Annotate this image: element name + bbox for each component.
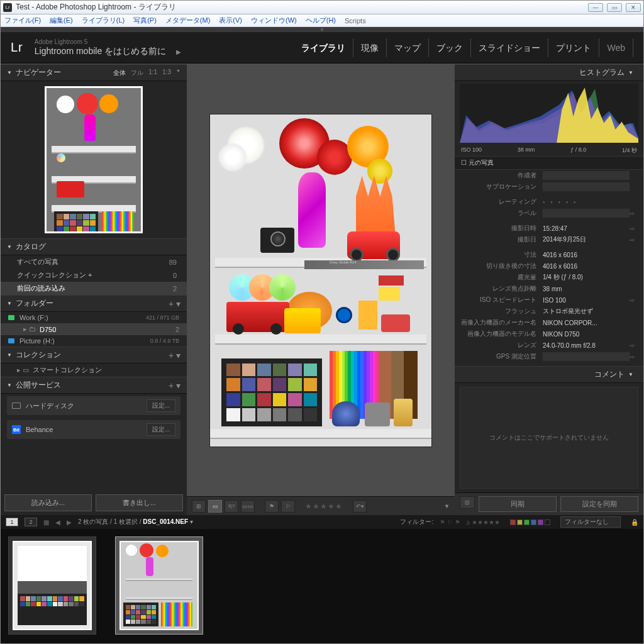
module-print[interactable]: プリント — [548, 38, 599, 57]
module-slideshow[interactable]: スライドショー — [471, 38, 548, 57]
menu-photo[interactable]: 写真(P) — [133, 16, 157, 25]
publish-harddisk[interactable]: ハードディスク設定... — [7, 396, 180, 415]
folders-header[interactable]: ▼ フォルダー + ▾ — [1, 295, 187, 312]
loupe-view[interactable]: Grey Guide #14 — [187, 64, 455, 496]
menu-metadata[interactable]: メタデータ(M) — [165, 16, 211, 25]
nav-mode-chevron-icon[interactable]: ▼ — [176, 69, 180, 77]
filter-colors[interactable] — [510, 519, 550, 525]
filter-preset-dropdown[interactable]: フィルターなし — [560, 516, 621, 528]
menu-file[interactable]: ファイル(F) — [4, 16, 41, 25]
add-publish-icon[interactable]: + ▾ — [169, 380, 180, 391]
catalog-item-quick[interactable]: クイックコレクション +0 — [1, 269, 187, 282]
prev-arrow-icon[interactable]: ◀ — [55, 519, 60, 526]
publish-behance[interactable]: BēBehance設定... — [7, 420, 180, 439]
metadata-value[interactable]: 38 mm — [543, 286, 630, 292]
filter-lock-icon[interactable]: 🔒 — [631, 519, 638, 526]
histogram[interactable] — [460, 84, 638, 143]
collapse-top-icon[interactable]: ▼ — [1, 27, 643, 32]
metadata-value[interactable]: 24.0-70.0 mm f/2.8 — [543, 342, 630, 349]
sync-button[interactable]: 同期 — [479, 496, 557, 512]
collections-header[interactable]: ▼ コレクション + ▾ — [1, 347, 187, 364]
next-arrow-icon[interactable]: ▶ — [67, 519, 72, 526]
metadata-arrow-icon[interactable]: ⇨ — [630, 342, 637, 349]
menu-library[interactable]: ライブラリ(L) — [82, 16, 125, 25]
folder-volume-work[interactable]: Work (F:)421 / 871 GB — [1, 312, 187, 323]
import-button[interactable]: 読み込み... — [4, 494, 92, 511]
filmstrip[interactable] — [1, 529, 643, 643]
metadata-value[interactable]: 1/4 秒 (ƒ / 8.0) — [543, 273, 630, 282]
metadata-value[interactable]: ストロボ発光せず — [543, 307, 630, 316]
survey-button[interactable]: ▭▭ — [241, 500, 255, 513]
thumbnail[interactable] — [8, 536, 96, 635]
metadata-value[interactable]: 2014年9月25日 — [543, 235, 630, 244]
monitor-1-button[interactable]: 1 — [6, 518, 18, 526]
thumbnail-selected[interactable] — [115, 536, 203, 635]
close-button[interactable]: ✕ — [626, 3, 641, 12]
menu-view[interactable]: 表示(V) — [219, 16, 242, 25]
export-button[interactable]: 書き出し... — [96, 494, 183, 511]
metadata-value[interactable]: NIKON D750 — [543, 331, 630, 338]
folder-d750[interactable]: ▸ 🗀D7502 — [1, 323, 187, 335]
rating-stars[interactable]: ★★★★★ — [305, 502, 343, 511]
module-book[interactable]: ブック — [429, 38, 471, 57]
metadata-value[interactable] — [543, 182, 630, 191]
metadata-value[interactable] — [543, 209, 630, 218]
nav-mode-1-1[interactable]: 1:1 — [148, 69, 157, 77]
flag-reject-button[interactable]: ⚐ — [281, 500, 295, 513]
publish-setup-button[interactable]: 設定... — [147, 399, 175, 412]
metadata-value[interactable]: NIKON CORPOR... — [543, 319, 630, 326]
catalog-header[interactable]: ▼ カタログ — [1, 238, 187, 255]
menu-window[interactable]: ウィンドウ(W) — [251, 16, 297, 25]
metadata-value[interactable]: 4016 x 6016 — [543, 263, 630, 270]
loupe-view-button[interactable]: ▭ — [208, 500, 222, 513]
mobile-prompt[interactable]: Lightroom mobile をはじめる前に — [35, 46, 166, 56]
metadata-arrow-icon[interactable]: ⇨ — [630, 225, 637, 232]
metadata-arrow-icon[interactable]: ⇨ — [630, 236, 637, 243]
grid-icon[interactable]: ▦ — [43, 519, 49, 526]
module-library[interactable]: ライブラリ — [294, 38, 353, 57]
sync-settings-button[interactable]: 設定を同期 — [560, 496, 638, 512]
metadata-arrow-icon[interactable]: ⇨ — [630, 297, 637, 304]
metadata-value[interactable] — [543, 171, 630, 180]
module-develop[interactable]: 現像 — [353, 38, 387, 57]
filter-flags[interactable]: ⚑ ⚐ ⚑ — [440, 519, 460, 526]
metadata-value[interactable]: ISO 100 — [543, 297, 630, 304]
folder-volume-picture[interactable]: Picture (H:)0.8 / 4.9 TB — [1, 335, 187, 347]
flag-pick-button[interactable]: ⚑ — [265, 500, 279, 513]
toolbar-chevron-icon[interactable]: ▼ — [444, 503, 450, 509]
sync-toggle-button[interactable]: ⊟ — [460, 496, 475, 509]
smart-collections[interactable]: ▸ ▭スマートコレクション — [1, 364, 187, 377]
catalog-item-previous[interactable]: 前回の読み込み2 — [1, 282, 187, 295]
metadata-value[interactable]: 15:28:47 — [543, 225, 630, 232]
metadata-value[interactable]: 4016 x 6016 — [543, 252, 630, 258]
publish-header[interactable]: ▼ 公開サービス + ▾ — [1, 377, 187, 394]
filter-rating[interactable]: ≥ ★★★★★ — [467, 519, 500, 526]
module-map[interactable]: マップ — [387, 38, 429, 57]
nav-mode-fill[interactable]: フル — [131, 69, 143, 77]
navigator-header[interactable]: ▼ ナビゲーター 全体 フル 1:1 1:3 ▼ — [1, 64, 187, 81]
metadata-arrow-icon[interactable]: ⇨ — [630, 210, 637, 217]
minimize-button[interactable]: — — [588, 3, 603, 12]
menu-help[interactable]: ヘルプ(H) — [306, 16, 336, 25]
catalog-item-all[interactable]: すべての写真89 — [1, 255, 187, 269]
rotate-button[interactable]: ↶▾ — [353, 500, 367, 513]
grid-view-button[interactable]: ⊞ — [192, 500, 206, 513]
play-icon[interactable]: ▶ — [176, 48, 181, 55]
metadata-arrow-icon[interactable]: ⇨ — [630, 353, 637, 360]
metadata-value[interactable] — [543, 352, 630, 361]
module-web[interactable]: Web — [599, 38, 633, 57]
nav-mode-1-3[interactable]: 1:3 — [162, 69, 171, 77]
monitor-2-button[interactable]: 2 — [25, 518, 37, 526]
nav-mode-fit[interactable]: 全体 — [113, 69, 126, 77]
original-photo-checkbox[interactable]: ☐ 元の写真 — [455, 156, 643, 170]
navigator-preview[interactable] — [1, 81, 187, 238]
add-collection-icon[interactable]: + ▾ — [169, 350, 180, 360]
comments-header[interactable]: コメント ▼ — [455, 366, 643, 383]
menu-scripts[interactable]: Scripts — [345, 17, 366, 25]
compare-button[interactable]: X|Y — [225, 500, 238, 513]
histogram-header[interactable]: ヒストグラム ▼ — [455, 64, 643, 81]
metadata-value[interactable]: • • • • • — [543, 199, 630, 206]
add-folder-icon[interactable]: + ▾ — [169, 299, 180, 309]
menu-edit[interactable]: 編集(E) — [50, 16, 73, 25]
maximize-button[interactable]: ▭ — [607, 3, 622, 12]
